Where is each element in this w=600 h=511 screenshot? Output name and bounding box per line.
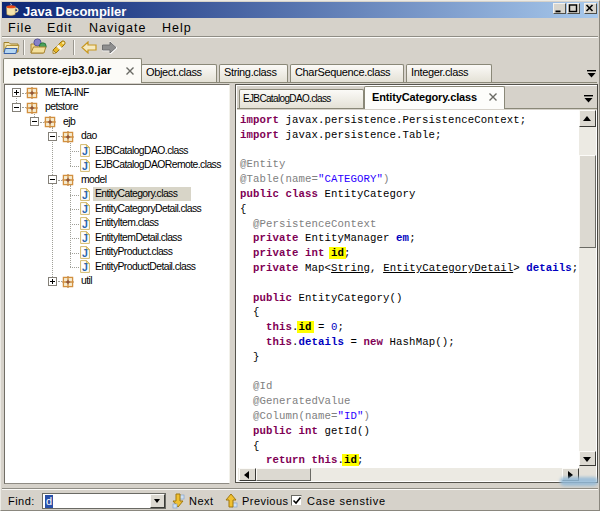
- svg-text:J: J: [82, 247, 88, 259]
- svg-text:J: J: [82, 145, 88, 157]
- svg-text:J: J: [82, 218, 88, 230]
- svg-text:J: J: [82, 189, 88, 201]
- svg-text:J: J: [82, 232, 88, 244]
- svg-text:J: J: [82, 203, 88, 215]
- svg-text:J: J: [82, 261, 88, 273]
- svg-text:J: J: [82, 160, 88, 172]
